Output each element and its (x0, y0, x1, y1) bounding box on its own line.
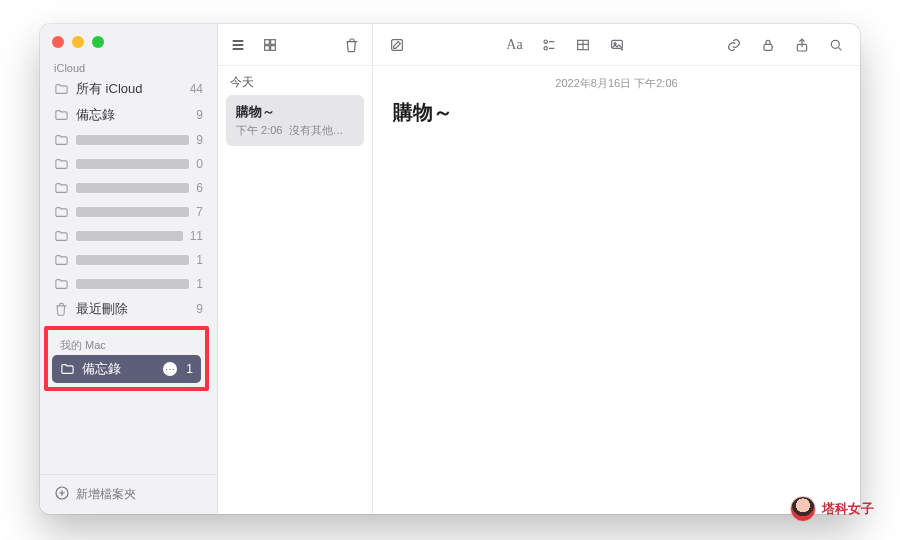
folder-count: 44 (190, 82, 203, 96)
folder-count: 11 (190, 229, 203, 243)
note-item-meta: 下午 2:06 沒有其他… (236, 123, 354, 138)
folder-name (76, 231, 183, 241)
delete-note-icon[interactable] (342, 35, 362, 55)
add-folder-button[interactable]: 新增檔案夾 (40, 474, 217, 514)
note-item-title: 購物～ (236, 103, 354, 121)
svg-rect-11 (764, 44, 772, 50)
minimize-window-button[interactable] (72, 36, 84, 48)
folder-count: 9 (196, 133, 203, 147)
svg-point-7 (544, 46, 547, 49)
lock-icon[interactable] (758, 35, 778, 55)
folder-icon (54, 81, 69, 97)
text-format-icon[interactable]: Aa (505, 35, 525, 55)
folder-icon (54, 180, 69, 196)
notes-list-pane: 今天 購物～ 下午 2:06 沒有其他… (218, 24, 373, 514)
actions-group (724, 35, 846, 55)
notes-group-label: 今天 (218, 66, 372, 95)
folder-count: 0 (196, 157, 203, 171)
editor-toolbar: Aa (373, 24, 860, 66)
svg-point-13 (831, 40, 839, 48)
folder-icon (54, 156, 69, 172)
app-window: iCloud 所有 iCloud 44 備忘錄 9 9 0 (40, 24, 860, 514)
more-icon[interactable]: ⋯ (163, 362, 177, 376)
folder-notes[interactable]: 備忘錄 9 (40, 102, 217, 128)
compose-icon[interactable] (387, 35, 407, 55)
folder-name (76, 159, 189, 169)
folder-count: 1 (186, 362, 193, 376)
folder-name (76, 207, 189, 217)
folder-blurred[interactable]: 1 (40, 272, 217, 296)
folder-count: 9 (196, 302, 203, 316)
folder-icon (54, 252, 69, 268)
folder-count: 9 (196, 108, 203, 122)
folder-icon (54, 276, 69, 292)
folder-icon (54, 204, 69, 220)
section-label-my-mac: 我的 Mac (52, 332, 201, 355)
watermark-text: 塔科女子 (822, 500, 874, 518)
list-view-icon[interactable] (228, 35, 248, 55)
svg-rect-1 (265, 39, 270, 44)
watermark: 塔科女子 (790, 496, 874, 522)
svg-point-6 (544, 40, 547, 43)
folder-blurred[interactable]: 9 (40, 128, 217, 152)
folder-blurred[interactable]: 11 (40, 224, 217, 248)
note-title[interactable]: 購物～ (373, 95, 860, 130)
folder-name: 備忘錄 (76, 106, 189, 124)
plus-circle-icon (54, 485, 70, 504)
fullscreen-window-button[interactable] (92, 36, 104, 48)
folder-count: 1 (196, 253, 203, 267)
section-label-icloud: iCloud (40, 56, 217, 76)
close-window-button[interactable] (52, 36, 64, 48)
media-icon[interactable] (607, 35, 627, 55)
folder-count: 6 (196, 181, 203, 195)
list-toolbar (218, 24, 372, 66)
table-icon[interactable] (573, 35, 593, 55)
annotation-highlight: 我的 Mac 備忘錄 ⋯ 1 (44, 326, 209, 391)
watermark-avatar-icon (790, 496, 816, 522)
folder-all-icloud[interactable]: 所有 iCloud 44 (40, 76, 217, 102)
svg-rect-3 (265, 45, 270, 50)
sidebar: iCloud 所有 iCloud 44 備忘錄 9 9 0 (40, 24, 218, 514)
share-icon[interactable] (792, 35, 812, 55)
folder-list: iCloud 所有 iCloud 44 備忘錄 9 9 0 (40, 56, 217, 474)
format-group: Aa (505, 35, 627, 55)
add-folder-label: 新增檔案夾 (76, 486, 136, 503)
window-controls (40, 24, 217, 56)
folder-name (76, 255, 189, 265)
folder-icon (54, 228, 69, 244)
search-icon[interactable] (826, 35, 846, 55)
note-timestamp: 2022年8月16日 下午2:06 (373, 66, 860, 95)
folder-name: 備忘錄 (82, 360, 156, 378)
folder-blurred[interactable]: 6 (40, 176, 217, 200)
checklist-icon[interactable] (539, 35, 559, 55)
folder-icon (60, 361, 75, 377)
folder-icon (54, 107, 69, 123)
folder-recently-deleted[interactable]: 最近刪除 9 (40, 296, 217, 322)
trash-icon (54, 301, 69, 317)
svg-rect-4 (271, 45, 276, 50)
folder-my-mac-notes[interactable]: 備忘錄 ⋯ 1 (52, 355, 201, 383)
link-icon[interactable] (724, 35, 744, 55)
folder-blurred[interactable]: 7 (40, 200, 217, 224)
folder-name (76, 135, 189, 145)
grid-view-icon[interactable] (260, 35, 280, 55)
folder-name: 最近刪除 (76, 300, 189, 318)
folder-count: 7 (196, 205, 203, 219)
svg-rect-2 (271, 39, 276, 44)
folder-name (76, 183, 189, 193)
folder-count: 1 (196, 277, 203, 291)
note-list-item[interactable]: 購物～ 下午 2:06 沒有其他… (226, 95, 364, 146)
folder-name: 所有 iCloud (76, 80, 183, 98)
folder-icon (54, 132, 69, 148)
folder-blurred[interactable]: 0 (40, 152, 217, 176)
folder-blurred[interactable]: 1 (40, 248, 217, 272)
editor-pane: Aa 2022年8月16日 下午2:06 購物～ (373, 24, 860, 514)
folder-name (76, 279, 189, 289)
